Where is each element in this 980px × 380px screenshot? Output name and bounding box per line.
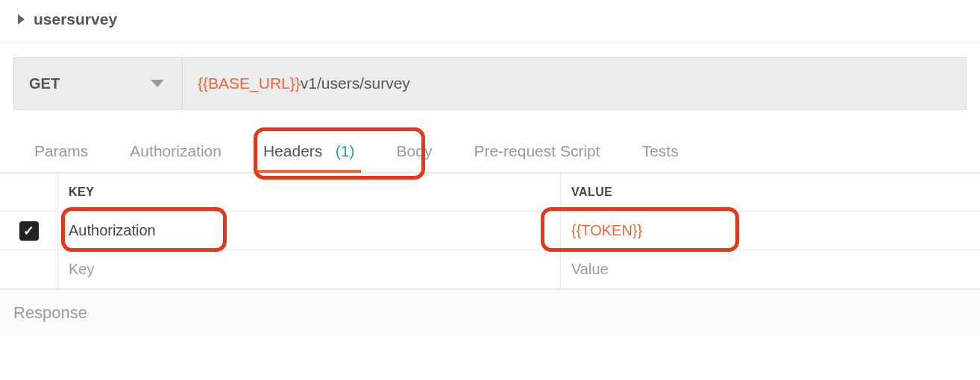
check-icon: ✓ bbox=[19, 221, 39, 241]
header-value-value: {{TOKEN}} bbox=[571, 222, 642, 238]
collapse-triangle-icon[interactable] bbox=[18, 14, 25, 25]
header-key-value: Authorization bbox=[69, 222, 156, 238]
request-url-input[interactable]: {{BASE_URL}}v1/users/survey bbox=[183, 58, 425, 109]
new-header-key-input[interactable]: Key bbox=[58, 250, 561, 288]
request-title-bar[interactable]: usersurvey bbox=[0, 0, 980, 42]
request-tabs: Params Authorization Headers (1) Body Pr… bbox=[0, 135, 980, 173]
request-name: usersurvey bbox=[34, 10, 117, 28]
chevron-down-icon bbox=[151, 80, 164, 87]
tab-authorization[interactable]: Authorization bbox=[109, 135, 242, 172]
tab-headers[interactable]: Headers (1) bbox=[242, 135, 376, 172]
header-key-input[interactable]: Authorization bbox=[58, 212, 561, 250]
row-enable-checkbox-new[interactable] bbox=[0, 250, 58, 288]
tab-body[interactable]: Body bbox=[376, 135, 453, 172]
grid-header-row: KEY VALUE bbox=[0, 174, 980, 212]
grid-header-value: VALUE bbox=[561, 174, 980, 211]
grid-header-check bbox=[0, 174, 58, 211]
table-row: ✓ Authorization {{TOKEN}} bbox=[0, 212, 980, 250]
response-section-label: Response bbox=[0, 289, 980, 336]
url-path: v1/users/survey bbox=[301, 75, 410, 92]
new-value-placeholder: Value bbox=[571, 261, 609, 277]
new-key-placeholder: Key bbox=[69, 261, 94, 277]
tab-headers-label: Headers bbox=[263, 142, 322, 159]
header-value-input[interactable]: {{TOKEN}} bbox=[561, 212, 980, 250]
tab-tests[interactable]: Tests bbox=[621, 135, 700, 172]
tab-headers-count: (1) bbox=[336, 142, 355, 159]
url-variable: {{BASE_URL}} bbox=[198, 75, 301, 92]
row-enable-checkbox[interactable]: ✓ bbox=[0, 212, 58, 250]
active-tab-underline bbox=[257, 170, 361, 173]
request-row: GET {{BASE_URL}}v1/users/survey bbox=[13, 57, 967, 110]
table-row-new: Key Value bbox=[0, 250, 980, 289]
http-method-dropdown[interactable]: GET bbox=[14, 58, 183, 109]
http-method-value: GET bbox=[29, 75, 60, 92]
new-header-value-input[interactable]: Value bbox=[561, 250, 980, 288]
grid-header-key: KEY bbox=[58, 174, 561, 211]
tab-prerequest[interactable]: Pre-request Script bbox=[453, 135, 621, 172]
headers-grid: KEY VALUE ✓ Authorization {{TOKEN}} Key bbox=[0, 173, 980, 289]
tab-params[interactable]: Params bbox=[13, 135, 109, 172]
